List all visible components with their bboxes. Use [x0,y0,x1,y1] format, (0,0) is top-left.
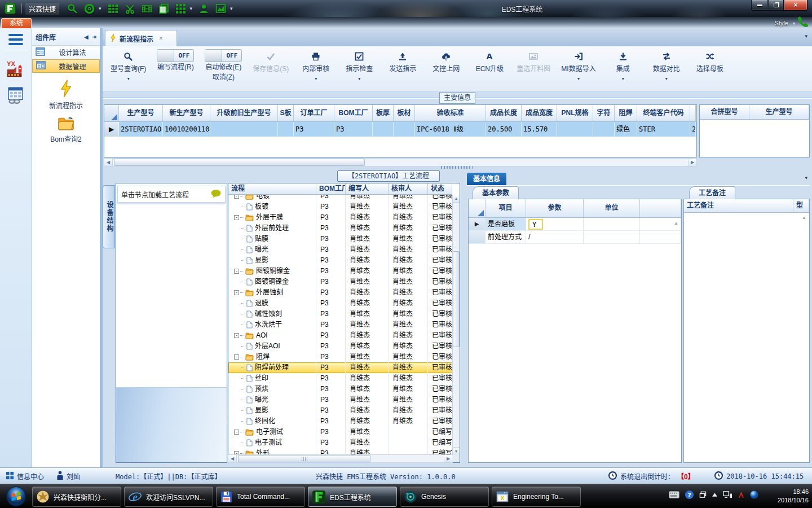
expand-toggle[interactable]: - [234,269,239,274]
grid-icon[interactable] [175,3,186,14]
table-corner-cell[interactable] [469,199,486,218]
start-button[interactable] [6,486,27,507]
taskbar-button[interactable]: 兴森快捷衡阳分... [32,487,121,507]
process-row[interactable]: 外层前处理P3肖维杰肖维杰已审核 [228,223,452,234]
process-row[interactable]: -外层蚀刻P3肖维杰肖维杰已审核 [228,287,452,298]
hint-message[interactable]: 单击节点加载工艺流程 [117,186,226,203]
chevron-down-icon[interactable]: ▾ [793,21,795,26]
user-icon[interactable] [198,3,209,14]
column-header[interactable]: 状态 [428,183,452,195]
ribbon-button[interactable]: 数据对比▾ [650,49,683,81]
sidebar-item-design-algorithm[interactable]: 设计算法 [32,46,100,59]
ribbon-button[interactable]: 型号查询(F)▾ [111,49,146,81]
column-header[interactable]: 阻焊 [615,105,637,122]
column-header[interactable]: 生产型号 [749,105,809,120]
minimize-button[interactable] [751,0,768,11]
column-header[interactable]: 型 [793,199,809,213]
network-icon[interactable] [723,491,732,499]
process-row[interactable]: 碱性蚀刻P3肖维杰肖维杰已审核 [228,309,452,319]
param-row[interactable]: 前处理方式/ [469,231,681,244]
close-tab-icon[interactable]: × [159,34,163,42]
taskbar-button[interactable]: Total Command... [216,487,305,507]
scroll-left-icon[interactable]: ◀ [104,159,113,166]
expand-toggle[interactable]: - [234,430,239,435]
scroll-down-icon[interactable]: ▼ [453,447,460,455]
ribbon-button[interactable]: AECN升级 [473,49,506,76]
splitter-grip[interactable] [441,166,473,169]
process-row[interactable]: -AOIP3肖维杰肖维杰已审核 [228,330,452,341]
chevron-down-icon[interactable]: ▾ [622,76,624,81]
ribbon-button[interactable]: OFF编写流程(R) [157,49,194,75]
table-icon[interactable] [108,3,118,14]
chevron-down-icon[interactable]: ▾ [358,76,360,81]
off-toggle[interactable]: OFF [205,49,242,62]
process-row[interactable]: 退膜P3肖维杰肖维杰已审核 [228,298,452,309]
shortcut-bom-query[interactable]: Bom查询2 [32,117,100,143]
column-header[interactable]: 编写人 [346,183,389,195]
column-header[interactable]: 生产型号 [119,105,163,122]
sphere-icon[interactable] [750,491,758,499]
info-center-button[interactable]: 信息中心 [6,468,44,484]
column-header[interactable]: PNL规格 [557,105,593,122]
system-menu-tab[interactable]: 系统 [1,18,32,28]
scrollbar-thumb[interactable] [114,159,365,166]
column-header[interactable]: 板厚 [373,105,394,122]
ribbon-button[interactable]: 发送指示 [386,49,419,76]
shortcut-new-process-instruction[interactable]: 新流程指示 [32,80,100,110]
search-icon[interactable] [67,3,78,14]
scissors-icon[interactable] [125,3,135,14]
column-header[interactable]: 板材 [394,105,415,122]
expand-toggle[interactable]: - [234,333,239,338]
process-row[interactable]: 水洗烘干P3肖维杰肖维杰已审核 [228,319,452,330]
column-header[interactable]: 升级前旧生产型号 [210,105,278,122]
column-header[interactable]: BOM工厂 [316,183,346,195]
param-row[interactable]: ▶是否磨板Y [469,218,681,231]
column-header[interactable]: 单位 [584,199,640,218]
yx-factory-icon[interactable]: YX [3,57,28,82]
chevron-down-icon[interactable]: ▾ [190,6,193,11]
column-header[interactable]: 参数 [526,199,584,218]
process-row[interactable]: -图镀铜镍金P3肖维杰肖维杰已审核 [228,266,452,277]
scroll-left-icon[interactable]: ◀ [228,455,237,462]
column-header[interactable]: S板 [278,105,294,122]
process-row[interactable]: 板镀P3肖维杰肖维杰已审核 [228,202,452,212]
close-button[interactable]: × [784,0,807,11]
process-row[interactable]: 电子测试P3肖维杰已编写 [228,437,452,448]
param-value-cell[interactable]: Y [526,218,584,230]
sidebar-item-data-management[interactable]: 数据管理 [32,59,100,73]
vertical-scrollbar[interactable]: ▲ ▼ [452,195,460,455]
taskbar-button[interactable]: XEngineering To... [492,487,581,507]
column-header[interactable]: 新生产型号 [163,105,210,122]
keyboard-icon[interactable] [669,491,679,498]
process-row[interactable]: -电镀P3肖维杰肖维杰已审核 [228,195,452,202]
taskbar-button[interactable]: e欢迎访问SSLVPN... [124,487,213,507]
column-header[interactable]: 项目 [486,199,526,218]
expand-toggle[interactable]: - [234,195,239,199]
process-row[interactable]: 显影P3肖维杰肖维杰已审核 [228,405,452,416]
process-row[interactable]: 图镀铜镍金P3肖维杰肖维杰已审核 [228,277,452,287]
process-row[interactable]: -电子测试P3肖维杰已编写 [228,427,452,437]
process-row[interactable]: 曝光P3肖维杰肖维杰已审核 [228,244,452,255]
scrollbar-thumb[interactable] [238,455,370,462]
ribbon-button[interactable]: 指示检查▾ [343,49,376,81]
taskbar-button[interactable]: EDS工程系统 [308,487,397,507]
ribbon-button[interactable]: 内部审核▾ [299,49,332,81]
column-header[interactable]: 验收标准 [415,105,486,122]
ribbon-button[interactable]: 集成▾ [607,49,639,81]
tab-process-remark[interactable]: 工艺备注 [689,186,735,199]
ribbon-button[interactable]: OFF启动修改(E)取消(Z) [205,49,242,85]
off-toggle[interactable]: OFF [157,49,194,62]
chart-icon[interactable] [215,3,226,14]
process-row[interactable]: 丝印P3肖维杰肖维杰已审核 [228,373,452,384]
tab-device-structure[interactable]: 设备结构 [103,185,115,248]
scrollbar-track[interactable] [113,159,688,166]
restore-button[interactable] [768,0,784,11]
copy-icon[interactable] [158,3,169,14]
column-header[interactable]: 流程 [228,183,316,195]
collapse-left-icon[interactable]: ◀ [84,34,89,40]
ribbon-button[interactable]: 选择母板 [694,49,726,76]
process-row[interactable]: 阻焊前处理P3肖维杰肖维杰已审核 [228,362,452,373]
style-menu[interactable]: Style [775,20,788,27]
chevron-down-icon[interactable]: ▾ [315,76,317,81]
scroll-up-icon[interactable]: ▲ [453,195,460,203]
